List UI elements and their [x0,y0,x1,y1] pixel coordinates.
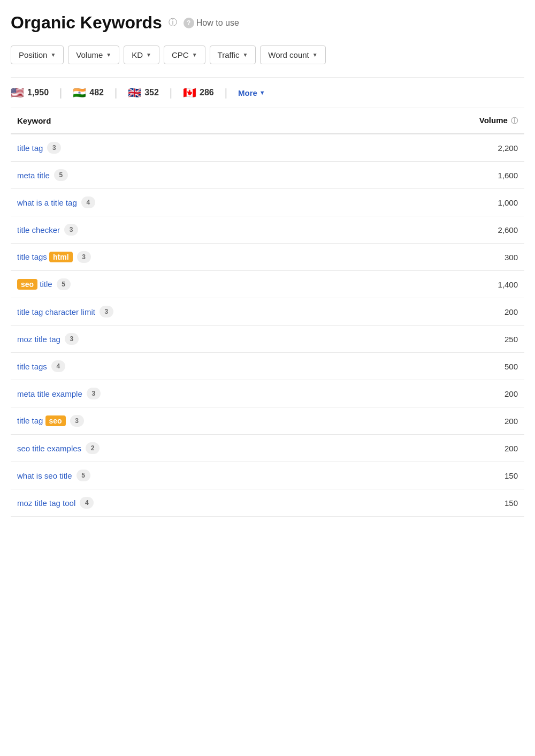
filter-position[interactable]: Position ▼ [11,46,64,64]
keyword-link[interactable]: what is seo title [17,471,72,480]
chevron-down-icon: ▼ [242,52,248,58]
volume-cell: 200 [360,380,524,407]
word-count-badge: 4 [51,360,65,372]
keyword-link[interactable]: title checker [17,225,60,235]
country-gb[interactable]: 🇬🇧 352 [128,86,159,99]
volume-cell: 200 [360,435,524,462]
word-count-badge: 3 [87,388,101,399]
keyword-link[interactable]: what is a title tag [17,198,77,207]
chevron-down-icon: ▼ [106,52,111,58]
word-count-badge: 2 [86,442,100,454]
divider: | [59,87,62,99]
keyword-cell-12: what is seo title5 [11,462,360,489]
table-row: seo title51,400 [11,271,524,298]
word-count-badge: 5 [57,278,71,290]
keyword-cell-0: title tag3 [11,134,360,162]
volume-cell: 2,200 [360,134,524,162]
table-row: meta title51,600 [11,162,524,189]
chevron-down-icon: ▼ [146,52,151,58]
info-icon[interactable]: ⓘ [169,17,177,28]
chevron-down-icon: ▼ [192,52,197,58]
keyword-cell-4: title tags html3 [11,244,360,271]
keyword-link[interactable]: meta title [17,171,50,180]
filter-position-label: Position [19,50,47,59]
keyword-link[interactable]: title tags [17,362,47,371]
filter-cpc[interactable]: CPC ▼ [164,46,205,64]
filter-traffic[interactable]: Traffic ▼ [210,46,256,64]
countries-bar: 🇺🇸 1,950 | 🇮🇳 482 | 🇬🇧 352 | 🇨🇦 286 | Mo… [11,77,524,108]
table-row: meta title example3200 [11,380,524,407]
word-count-badge: 3 [47,142,61,154]
keyword-cell-6: title tag character limit3 [11,298,360,326]
volume-cell: 500 [360,353,524,380]
filter-kd[interactable]: KD ▼ [124,46,159,64]
volume-cell: 250 [360,326,524,353]
divider: | [225,87,227,99]
volume-cell: 1,000 [360,189,524,216]
filter-kd-label: KD [132,50,143,59]
word-count-badge: 3 [77,251,91,263]
count-ca: 286 [200,88,214,97]
filter-bar: Position ▼ Volume ▼ KD ▼ CPC ▼ Traffic ▼… [11,46,524,64]
flag-in: 🇮🇳 [73,86,86,99]
page-title: Organic Keywords [11,13,162,33]
chevron-down-icon: ▼ [312,52,318,58]
keyword-link[interactable]: moz title tag [17,335,60,344]
country-ca[interactable]: 🇨🇦 286 [183,86,214,99]
highlight-badge: html [49,252,73,262]
table-row: what is a title tag41,000 [11,189,524,216]
volume-cell: 200 [360,298,524,326]
keyword-link[interactable]: seo title examples [17,444,81,453]
keyword-cell-3: title checker3 [11,216,360,244]
keyword-link[interactable]: moz title tag tool [17,498,75,508]
keyword-link[interactable]: title tag [17,143,43,153]
keyword-cell-11: seo title examples2 [11,435,360,462]
how-to-use-link[interactable]: ? How to use [184,18,239,28]
flag-ca: 🇨🇦 [183,86,196,99]
filter-volume[interactable]: Volume ▼ [68,46,119,64]
chevron-down-icon: ▼ [50,52,56,58]
question-icon: ? [184,18,194,28]
filter-wordcount[interactable]: Word count ▼ [260,46,325,64]
keywords-table: Keyword Volume ⓘ title tag32,200meta tit… [11,108,524,517]
table-row: title tag32,200 [11,134,524,162]
filter-cpc-label: CPC [172,50,189,59]
keyword-link[interactable]: meta title example [17,389,82,398]
highlight-badge: seo [45,415,66,426]
keyword-link[interactable]: seo title [17,279,52,290]
word-count-badge: 4 [80,497,94,509]
keyword-link[interactable]: title tag seo [17,415,66,426]
volume-cell: 1,600 [360,162,524,189]
flag-gb: 🇬🇧 [128,86,141,99]
word-count-badge: 5 [77,470,90,481]
count-in: 482 [89,88,104,97]
word-count-badge: 5 [54,169,68,181]
table-row: title tags html3300 [11,244,524,271]
col-keyword: Keyword [11,108,360,134]
word-count-badge: 3 [65,333,79,345]
keyword-cell-1: meta title5 [11,162,360,189]
col-volume: Volume ⓘ [360,108,524,134]
volume-cell: 150 [360,462,524,489]
chevron-down-icon: ▼ [259,89,265,96]
keyword-cell-10: title tag seo3 [11,407,360,435]
table-row: title tag character limit3200 [11,298,524,326]
volume-cell: 150 [360,489,524,517]
volume-info-icon: ⓘ [511,117,518,125]
highlight-badge: seo [17,279,37,290]
country-us[interactable]: 🇺🇸 1,950 [11,86,49,99]
word-count-badge: 3 [70,415,84,427]
table-row: moz title tag tool4150 [11,489,524,517]
country-in[interactable]: 🇮🇳 482 [73,86,104,99]
divider: | [114,87,117,99]
keyword-link[interactable]: title tag character limit [17,307,95,316]
volume-cell: 200 [360,407,524,435]
keyword-cell-7: moz title tag3 [11,326,360,353]
table-row: seo title examples2200 [11,435,524,462]
volume-cell: 300 [360,244,524,271]
keyword-cell-13: moz title tag tool4 [11,489,360,517]
more-countries-button[interactable]: More ▼ [238,88,265,97]
keyword-link[interactable]: title tags html [17,252,73,262]
filter-volume-label: Volume [76,50,103,59]
word-count-badge: 4 [81,196,95,208]
